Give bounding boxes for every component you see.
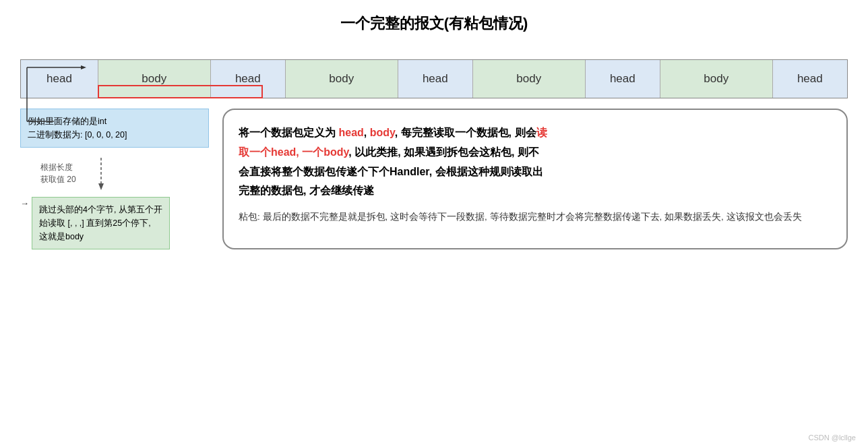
- info-green-line2: 始读取 [, , ,] 直到第25个停下,: [39, 218, 151, 228]
- packet-area: 一个完整的数据帧 head body head body head body: [20, 59, 848, 98]
- cell-body-2: body: [473, 60, 586, 98]
- info-box-blue: 例如里面存储的是int 二进制数据为: [0, 0, 0, 20]: [20, 109, 209, 148]
- cell-body-1: body: [286, 60, 398, 98]
- cell-head-1: head: [211, 60, 286, 98]
- explanation-main: 将一个数据包定义为 head, body, 每完整读取一个数据包, 则会读取一个…: [239, 123, 832, 201]
- watermark: CSDN @lcllge: [809, 434, 856, 442]
- info-green-line3: 这就是body: [39, 232, 84, 241]
- cell-body-0: body: [98, 60, 211, 98]
- cell-head-2: head: [398, 60, 473, 98]
- text-body-red: body: [370, 127, 395, 138]
- info-blue-line1: 例如里面存储的是int: [28, 117, 106, 126]
- info-blue-line2: 二进制数据为: [0, 0, 0, 20]: [28, 130, 127, 140]
- info-green-line1: 跳过头部的4个字节, 从第五个开: [39, 205, 162, 214]
- cell-head-4: head: [773, 60, 847, 98]
- dashed-arrow-svg: [88, 158, 142, 191]
- left-annotations: 例如里面存储的是int 二进制数据为: [0, 0, 0, 20] 根据长度 获…: [20, 109, 209, 249]
- explanation-box: 将一个数据包定义为 head, body, 每完整读取一个数据包, 则会读取一个…: [222, 109, 848, 249]
- bottom-section: 例如里面存储的是int 二进制数据为: [0, 0, 0, 20] 根据长度 获…: [20, 109, 848, 249]
- svg-marker-5: [98, 183, 104, 190]
- dashed-annotation: 根据长度 获取值 20: [20, 158, 209, 191]
- text-head-red: head: [338, 127, 363, 138]
- arrow-pointer: →: [20, 198, 29, 208]
- dashed-label: 根据长度 获取值 20: [40, 161, 76, 185]
- cell-body-3: body: [660, 60, 773, 98]
- cell-head-0: head: [21, 60, 98, 98]
- cell-head-3: head: [586, 60, 660, 98]
- page-title: 一个完整的报文(有粘包情况): [20, 13, 848, 34]
- page-container: 一个完整的报文(有粘包情况) 一个完整的数据帧 head body head b…: [0, 0, 868, 447]
- packet-row: head body head body head body head body: [20, 59, 848, 98]
- explanation-sub: 粘包: 最后的数据不完整是就是拆包, 这时会等待下一段数据, 等待数据完整时才会…: [239, 209, 832, 225]
- info-box-green: 跳过头部的4个字节, 从第五个开 始读取 [, , ,] 直到第25个停下, 这…: [32, 197, 170, 249]
